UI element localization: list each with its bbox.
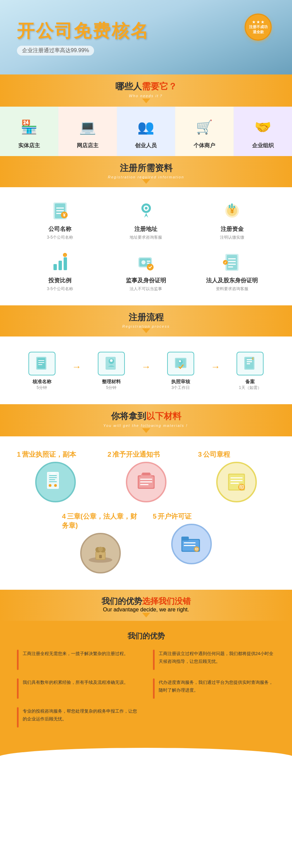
material-item-1: 1 营业执照证，副本 xyxy=(14,450,97,505)
svg-rect-32 xyxy=(228,266,233,267)
process-icon-1 xyxy=(28,352,55,375)
svg-rect-71 xyxy=(230,477,243,478)
who-item-3: 👥 创业人员 xyxy=(117,107,176,156)
process-step-4: 4 备案 1天（如需） xyxy=(222,352,278,391)
who-item-5: 🤝 企业组织 xyxy=(234,107,292,156)
svg-rect-82 xyxy=(99,555,102,558)
adv-text-4: 代办进度查询服务，我们通过平台为您提供实时查询服务，随时了解办理进度。 xyxy=(159,678,275,699)
svg-rect-2 xyxy=(56,208,64,209)
process-time-4: 1天（如需） xyxy=(239,385,262,391)
svg-rect-14 xyxy=(231,203,233,208)
svg-rect-85 xyxy=(181,537,189,541)
svg-text:印: 印 xyxy=(239,484,244,490)
process-time-1: 5分钟 xyxy=(37,385,47,391)
reg-item-6: ✓ 法人及股东身份证明 资料要求咨询客服 xyxy=(193,252,272,292)
process-time-2: 5分钟 xyxy=(106,385,117,391)
adv-text-3: 我们具有数年的积累经验，所有手续及流程准确无误。 xyxy=(23,678,128,699)
materials-title: 你将拿到以下材料 xyxy=(0,410,292,422)
svg-rect-31 xyxy=(228,264,236,265)
process-step-1: 核准名称 5分钟 xyxy=(14,352,70,391)
reg-desc-1: 3-5个公司名称 xyxy=(47,235,73,240)
svg-rect-50 xyxy=(247,361,252,362)
svg-text:印: 印 xyxy=(195,547,198,551)
advantages-inner-title: 我们的优势 xyxy=(17,631,275,641)
svg-point-60 xyxy=(54,484,57,487)
adv-bar-1 xyxy=(17,650,19,670)
process-arrow-1: → xyxy=(72,362,81,381)
materials-arrow xyxy=(142,428,150,433)
svg-rect-58 xyxy=(49,481,57,482)
reg-item-2: 注册地址 地址要求咨询客服 xyxy=(106,201,185,240)
svg-rect-13 xyxy=(229,205,230,208)
process-en-subtitle: Registration process xyxy=(0,324,292,328)
process-name-4: 备案 xyxy=(245,379,255,385)
reg-info-arrow xyxy=(142,179,150,184)
svg-rect-57 xyxy=(49,479,55,480)
material-num-2: 2 准予开业通知书 xyxy=(104,450,188,459)
materials-section: 1 营业执照证，副本 2 准予开业通知书 xyxy=(0,436,292,590)
reg-desc-2: 地址要求咨询客服 xyxy=(130,235,162,240)
reg-icon-6: ✓ xyxy=(222,252,242,273)
reg-desc-4: 3-5个公司名称 xyxy=(47,286,73,292)
advantages-header: 我们的优势选择我们没错 Our advantage decide, we are… xyxy=(0,590,292,621)
svg-rect-30 xyxy=(228,261,236,262)
svg-rect-86 xyxy=(184,542,196,543)
svg-text:¥: ¥ xyxy=(63,212,66,218)
svg-rect-4 xyxy=(56,213,61,214)
reg-item-4: ↑ 投资比例 3-5个公司名称 xyxy=(20,252,99,292)
advantage-item-3: 我们具有数年的积累经验，所有手续及流程准确无误。 xyxy=(17,678,139,699)
reg-desc-5: 法人不可以当监事 xyxy=(130,286,162,292)
badge-stars: ★ ★ ★ xyxy=(252,20,264,24)
reg-info-en-subtitle: Registration required information xyxy=(0,175,292,179)
svg-rect-25 xyxy=(147,263,150,264)
process-arrow xyxy=(142,328,150,333)
material-num-4: 4 三章(公章，法人章，财务章) xyxy=(59,512,142,530)
adv-bar-2 xyxy=(153,650,155,670)
adv-text-5: 专业的投税咨询服务，帮您处理复杂的税务申报工作，让您的企业运作后顾无忧。 xyxy=(23,707,139,728)
hero-subtitle: 企业注册通过率高达99.99% xyxy=(17,46,94,56)
who-label-5: 企业组织 xyxy=(239,142,287,149)
materials-bottom-row: 4 三章(公章，法人章，财务章) 5 开户许可证 xyxy=(14,512,278,576)
adv-text-1: 工商注册全程无需您来，一揽子解决繁杂的注册过程。 xyxy=(23,650,128,670)
adv-text-2: 工商注册设立过程中遇到任何问题，我们都将提供24小时全天候咨询指导，让您后顾无忧… xyxy=(159,650,275,670)
reg-icon-4: ↑ xyxy=(50,252,70,273)
advantages-arrow xyxy=(142,613,150,617)
svg-point-46 xyxy=(179,360,181,362)
process-flow: 核准名称 5分钟 → 整理材料 5分钟 → xyxy=(14,352,278,391)
svg-rect-66 xyxy=(140,484,149,485)
svg-rect-16 xyxy=(53,264,57,270)
hero-main-title: 开公司免费核名 xyxy=(17,19,150,43)
svg-rect-3 xyxy=(56,210,64,211)
svg-rect-39 xyxy=(38,364,42,365)
reg-icon-2 xyxy=(136,201,156,221)
process-icon-2 xyxy=(98,352,125,375)
hero-section: 开公司免费核名 企业注册通过率高达99.99% ★ ★ ★ 注册不成功 退全款 xyxy=(0,0,292,74)
who-label-4: 个体商户 xyxy=(180,142,228,149)
advantages-section: 我们的优势 工商注册全程无需您来，一揽子解决繁杂的注册过程。 工商注册设立过程中… xyxy=(0,621,292,748)
who-item-1: 🏪 实体店主 xyxy=(0,107,59,156)
svg-text:✓: ✓ xyxy=(224,261,227,264)
who-needs-title: 哪些人需要它？ xyxy=(0,81,292,92)
who-label-3: 创业人员 xyxy=(122,142,170,149)
reg-info-section: ¥ 公司名称 3-5个公司名称 注册地址 地址要求咨询客服 xyxy=(0,187,292,305)
material-item-2: 2 准予开业通知书 xyxy=(104,450,188,505)
svg-rect-87 xyxy=(184,545,196,546)
advantage-item-4: 代办进度查询服务，我们通过平台为您提供实时查询服务，随时了解办理进度。 xyxy=(153,678,275,699)
process-icon-3 xyxy=(167,352,194,375)
who-needs-header: 哪些人需要它？ Who needs it？ xyxy=(0,74,292,107)
who-icon-5: 🤝 xyxy=(248,115,278,139)
reg-icon-5 xyxy=(136,252,156,273)
material-num-5: 5 开户许可证 xyxy=(150,512,233,521)
material-item-5: 5 开户许可证 印 xyxy=(150,512,233,576)
who-label-1: 实体店主 xyxy=(5,142,53,149)
advantages-en-subtitle: Our advantage decide, we are right. xyxy=(0,607,292,613)
who-item-4: 🛒 个体商户 xyxy=(175,107,234,156)
svg-rect-56 xyxy=(49,477,57,478)
svg-rect-17 xyxy=(59,261,62,270)
reg-title-4: 投资比例 xyxy=(48,277,71,284)
advantage-item-2: 工商注册设立过程中遇到任何问题，我们都将提供24小时全天候咨询指导，让您后顾无忧… xyxy=(153,650,275,670)
reg-title-6: 法人及股东身份证明 xyxy=(206,277,258,284)
svg-rect-29 xyxy=(228,258,236,259)
reg-info-header: 注册所需资料 Registration required information xyxy=(0,156,292,187)
svg-rect-38 xyxy=(38,362,44,363)
